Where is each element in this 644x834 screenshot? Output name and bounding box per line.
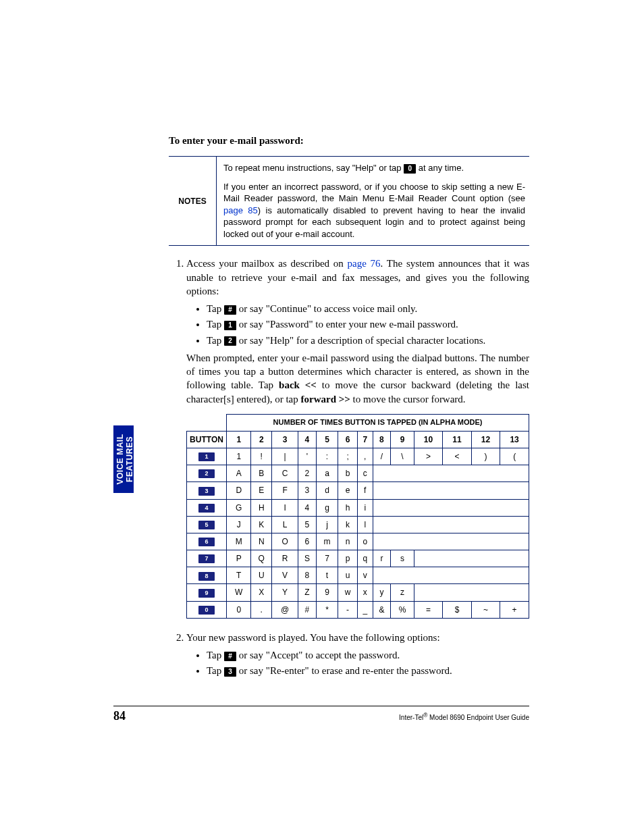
char-cell: c xyxy=(357,465,373,482)
char-cell: | xyxy=(272,448,298,465)
text: or say "Accept" to accept the password. xyxy=(236,650,400,660)
char-cell: M xyxy=(227,533,251,550)
char-cell: g xyxy=(316,499,338,516)
link-page-76[interactable]: page 76 xyxy=(348,258,381,269)
empty-cell xyxy=(373,567,529,584)
text: to move the cursor forward. xyxy=(350,394,466,405)
char-cell: U xyxy=(251,567,272,584)
char-cell: X xyxy=(251,584,272,601)
char-cell: 1 xyxy=(227,448,251,465)
char-cell: r xyxy=(373,550,391,567)
char-cell: % xyxy=(391,601,414,618)
button-header: BUTTON xyxy=(187,431,227,448)
notes-label: NOTES xyxy=(169,157,217,245)
char-cell: 9 xyxy=(316,584,338,601)
keycap-1-icon: 1 xyxy=(198,452,215,461)
notes-p2a: If you enter an incorrect password, or i… xyxy=(223,182,525,204)
notes-p2b: ) is automatically disabled to prevent h… xyxy=(223,205,525,239)
keycap-3-icon: 3 xyxy=(224,667,236,677)
char-cell: 6 xyxy=(298,533,317,550)
text: Tap xyxy=(207,303,224,314)
char-cell: w xyxy=(338,584,358,601)
char-cell: u xyxy=(338,567,358,584)
char-cell: A xyxy=(227,465,251,482)
text: Tap xyxy=(207,319,224,330)
link-page-85[interactable]: page 85 xyxy=(223,205,258,215)
step1-bullets: Tap # or say "Continue" to access voice … xyxy=(186,302,529,347)
keycap-4-icon: 4 xyxy=(198,504,215,513)
char-cell: H xyxy=(251,499,272,516)
char-cell: G xyxy=(227,499,251,516)
char-cell: * xyxy=(316,601,338,618)
table-row: 5JKL5jkl xyxy=(187,516,529,533)
char-cell: R xyxy=(272,550,298,567)
text: Tap xyxy=(207,335,224,346)
button-cell: 7 xyxy=(187,550,227,567)
col-header: 12 xyxy=(471,431,500,448)
button-cell: 5 xyxy=(187,516,227,533)
page-number: 84 xyxy=(113,709,126,723)
text: Tap xyxy=(207,650,224,660)
notes-p1a: To repeat menu instructions, say "Help" … xyxy=(223,163,404,173)
char-cell: & xyxy=(373,601,391,618)
text: or say "Help" for a description of speci… xyxy=(236,335,485,346)
char-cell: h xyxy=(338,499,358,516)
col-header: 10 xyxy=(414,431,442,448)
keycap-2-icon: 2 xyxy=(198,469,215,478)
col-header: 5 xyxy=(316,431,338,448)
col-header: 1 xyxy=(227,431,251,448)
char-cell: b xyxy=(338,465,358,482)
keycap-hash-icon: # xyxy=(224,305,236,315)
col-header: 11 xyxy=(443,431,471,448)
text: or say "Continue" to access voice mail o… xyxy=(236,303,417,314)
char-cell: L xyxy=(272,516,298,533)
char-cell: j xyxy=(316,516,338,533)
char-cell: O xyxy=(272,533,298,550)
keycap-9-icon: 9 xyxy=(198,589,215,598)
step-1: Access your mailbox as described on page… xyxy=(186,257,529,619)
char-cell: ' xyxy=(298,448,317,465)
button-cell: 9 xyxy=(187,584,227,601)
table-row: 4GHI4ghi xyxy=(187,499,529,516)
char-cell: f xyxy=(357,482,373,499)
step1-bullet-2: Tap 1 or say "Password" to enter your ne… xyxy=(207,317,529,331)
char-cell: $ xyxy=(443,601,471,618)
char-cell: Z xyxy=(298,584,317,601)
char-cell: Q xyxy=(251,550,272,567)
char-cell: S xyxy=(298,550,317,567)
char-cell: F xyxy=(272,482,298,499)
char-cell: ! xyxy=(251,448,272,465)
keycap-7-icon: 7 xyxy=(198,554,215,563)
table-top-header: NUMBER OF TIMES BUTTON IS TAPPED (IN ALP… xyxy=(227,414,529,431)
empty-cell xyxy=(414,584,529,601)
table-row: 9WXYZ9wxyz xyxy=(187,584,529,601)
char-cell: 5 xyxy=(298,516,317,533)
col-header: 3 xyxy=(272,431,298,448)
text: or say "Password" to enter your new e-ma… xyxy=(236,319,458,330)
char-cell: - xyxy=(338,601,358,618)
button-cell: 6 xyxy=(187,533,227,550)
step1-bullet-3: Tap 2 or say "Help" for a description of… xyxy=(207,334,529,347)
step1-paragraph: When prompted, enter your e-mail passwor… xyxy=(186,351,529,406)
char-cell: + xyxy=(500,601,529,618)
char-cell: l xyxy=(357,516,373,533)
step2-bullets: Tap # or say "Accept" to accept the pass… xyxy=(186,648,529,678)
char-cell: P xyxy=(227,550,251,567)
footer: 84 Inter-Tel® Model 8690 Endpoint User G… xyxy=(113,706,529,723)
char-cell: p xyxy=(338,550,358,567)
keycap-1-icon: 1 xyxy=(224,321,236,330)
keycap-6-icon: 6 xyxy=(198,538,215,546)
empty-cell xyxy=(373,516,529,533)
char-cell: 3 xyxy=(298,482,317,499)
char-cell: N xyxy=(251,533,272,550)
table-row: 11!|':;,/\><)( xyxy=(187,448,529,465)
char-cell: = xyxy=(414,601,442,618)
char-cell: q xyxy=(357,550,373,567)
button-cell: 8 xyxy=(187,567,227,584)
char-cell: E xyxy=(251,482,272,499)
col-header: 7 xyxy=(357,431,373,448)
side-tab-line2: FEATURES xyxy=(125,436,134,482)
char-cell: : xyxy=(316,448,338,465)
keycap-0-icon: 0 xyxy=(198,606,215,615)
char-cell: , xyxy=(357,448,373,465)
